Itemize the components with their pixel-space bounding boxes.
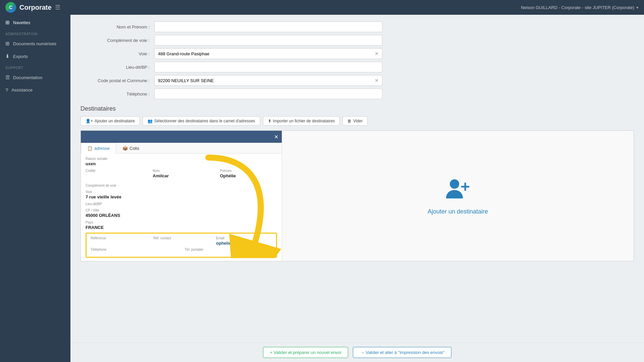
- form-row-lieu-dit: Lieu-dit/BP :: [80, 62, 634, 72]
- adresse-tab-icon: 📋: [87, 146, 93, 151]
- raison-sociale-group: Raison sociale uxen: [86, 157, 277, 166]
- prenom-value: Ophélie: [220, 173, 277, 178]
- civilite-label: Civilité: [86, 169, 143, 173]
- civilite-row: Civilité Nom Amilcar Prénom Ophélie: [86, 169, 277, 181]
- destinataires-area: ✕ 📋 adresse 📦 Colis Raison sociale: [80, 130, 634, 261]
- form-row-nom: Nom et Prénom :: [80, 21, 634, 32]
- sidebar: ⊞ Navettes ADMINISTRATION ⊞ Documents nu…: [0, 15, 70, 362]
- sidebar-section-admin: ADMINISTRATION: [0, 29, 70, 37]
- sidebar-item-assistance[interactable]: ? Assistance: [0, 84, 70, 96]
- label-complement-voie: Complément de voie :: [80, 38, 154, 43]
- destinataires-title: Destinataires: [80, 105, 634, 112]
- dest-cp-value: 45000 ORLÉANS: [86, 213, 277, 218]
- input-lieu-dit[interactable]: [154, 62, 382, 72]
- btn-selectionner-destinataires[interactable]: 👥 Sélectionner des destinataires dans le…: [143, 116, 260, 126]
- colis-tab-icon: 📦: [122, 146, 128, 151]
- dest-cp-label: CP / Ville: [86, 208, 277, 212]
- app-logo: C: [5, 2, 16, 13]
- code-postal-clear-icon[interactable]: ✕: [375, 78, 379, 83]
- user-info-text: Nelson GUILLARD - Corporate - site JUPIT…: [521, 5, 634, 10]
- input-complement-voie[interactable]: [154, 35, 382, 46]
- telephone-group: Téléphone: [91, 248, 178, 252]
- voie-clear-icon[interactable]: ✕: [375, 51, 379, 56]
- form-row-voie: Voie : ✕: [80, 48, 634, 59]
- dest-pays-label: Pays: [86, 221, 277, 224]
- person-add-icon: 👤+: [86, 119, 93, 123]
- main-content: Nom et Prénom : Complément de voie : Voi…: [70, 15, 644, 362]
- dest-cp-group: CP / Ville 45000 ORLÉANS: [86, 208, 277, 218]
- input-nom-prenom[interactable]: [154, 21, 382, 32]
- email-group: Email ophelie@uxen.fr: [216, 236, 272, 246]
- sidebar-item-exports[interactable]: ⬇ Exports: [0, 50, 70, 63]
- import-icon: ⬆: [268, 119, 271, 123]
- dest-highlighted-contact-box: Référence Réf. contact Email ophelie@uxe…: [86, 233, 277, 258]
- dest-empty-panel: Ajouter un destinataire: [282, 131, 634, 261]
- dest-form-body: Raison sociale uxen Civilité Nom Amilcar…: [81, 154, 282, 261]
- tab-colis[interactable]: 📦 Colis: [116, 143, 146, 154]
- phone-row: Téléphone Tél. portable: [91, 248, 272, 252]
- sidebar-exports-label: Exports: [13, 54, 28, 59]
- form-row-code-postal: Code postal et Commune : ✕: [80, 75, 634, 86]
- input-telephone[interactable]: [154, 88, 382, 99]
- dest-lieu-dit-group: Lieu-dit/BP: [86, 202, 277, 206]
- sidebar-docs-label: Documents numérisés: [13, 41, 56, 46]
- svg-point-0: [450, 179, 459, 189]
- tel-portable-group: Tél. portable: [185, 248, 272, 252]
- label-voie: Voie :: [80, 51, 154, 56]
- user-info: Nelson GUILLARD - Corporate - site JUPIT…: [521, 5, 639, 10]
- dest-empty-label: Ajouter un destinataire: [428, 208, 488, 215]
- dest-pays-group: Pays FRANCE: [86, 221, 277, 230]
- btn-importer-destinataires[interactable]: ⬆ Importer un fichier de destinataires: [263, 116, 340, 126]
- dest-form-close-button[interactable]: ✕: [274, 134, 278, 140]
- btn-ajouter-destinataire[interactable]: 👤+ Ajouter un destinataire: [80, 116, 140, 126]
- ref-row: Référence Réf. contact Email ophelie@uxe…: [91, 236, 272, 246]
- sidebar-item-navettes[interactable]: ⊞ Navettes: [0, 16, 70, 29]
- hamburger-menu[interactable]: ☰: [55, 4, 60, 11]
- exports-icon: ⬇: [5, 53, 10, 59]
- btn-valider-impression[interactable]: → Valider et aller à "Impression des env…: [353, 347, 451, 358]
- user-chevron-icon[interactable]: ▾: [636, 5, 639, 10]
- sidebar-item-docs[interactable]: ⊞ Documents numérisés: [0, 37, 70, 50]
- action-buttons: 👤+ Ajouter un destinataire 👥 Sélectionne…: [80, 116, 634, 126]
- nom-group: Nom Amilcar: [153, 169, 210, 178]
- ref-contact-group: Réf. contact: [153, 236, 209, 246]
- dest-lieu-dit-label: Lieu-dit/BP: [86, 202, 277, 206]
- sidebar-assistance-label: Assistance: [11, 87, 33, 93]
- person-multi-icon: 👥: [148, 119, 153, 123]
- docs-icon: ⊞: [5, 41, 10, 47]
- input-voie[interactable]: ✕: [154, 48, 382, 59]
- form-row-telephone: Téléphone :: [80, 88, 634, 99]
- btn-vider[interactable]: 🗑 Vider: [342, 116, 368, 126]
- navettes-icon: ⊞: [5, 19, 10, 25]
- civilite-group: Civilité: [86, 169, 143, 178]
- nom-value: Amilcar: [153, 173, 210, 178]
- sidebar-section-support: SUPPORT: [0, 63, 70, 71]
- label-lieu-dit: Lieu-dit/BP :: [80, 65, 154, 70]
- dest-voie-label: Voie: [86, 190, 277, 194]
- prenom-group: Prénom Ophélie: [220, 169, 277, 178]
- input-code-postal[interactable]: ✕: [154, 75, 382, 86]
- dest-telephone-label: Téléphone: [91, 248, 178, 251]
- email-value: ophelie@uxen.fr: [216, 241, 272, 246]
- label-nom-prenom: Nom et Prénom :: [80, 24, 154, 29]
- reference-group: Référence: [91, 236, 147, 246]
- assistance-icon: ?: [5, 87, 8, 93]
- btn-valider-nouveau-envoi[interactable]: + Valider et préparer un nouvel envoi: [263, 347, 348, 358]
- bottom-bar: + Valider et préparer un nouvel envoi → …: [70, 343, 644, 362]
- sidebar-documentation-label: Documentation: [13, 75, 42, 80]
- sidebar-item-documentation[interactable]: ☰ Documentation: [0, 71, 70, 84]
- trash-icon: 🗑: [347, 119, 352, 123]
- documentation-icon: ☰: [5, 74, 10, 80]
- dest-form-panel: ✕ 📋 adresse 📦 Colis Raison sociale: [81, 131, 282, 261]
- label-telephone: Téléphone :: [80, 92, 154, 97]
- dest-pays-value: FRANCE: [86, 225, 277, 230]
- sidebar-navettes-label: Navettes: [13, 20, 30, 25]
- dest-voie-value: 7 rue vieille levée: [86, 194, 277, 199]
- prenom-label: Prénom: [220, 169, 277, 173]
- reference-label: Référence: [91, 236, 147, 240]
- tab-adresse[interactable]: 📋 adresse: [81, 143, 116, 154]
- raison-sociale-label: Raison sociale: [86, 157, 277, 161]
- top-nav-left: C Corporate ☰: [5, 2, 60, 13]
- ref-contact-label: Réf. contact: [153, 236, 209, 240]
- raison-sociale-value: uxen: [86, 161, 277, 166]
